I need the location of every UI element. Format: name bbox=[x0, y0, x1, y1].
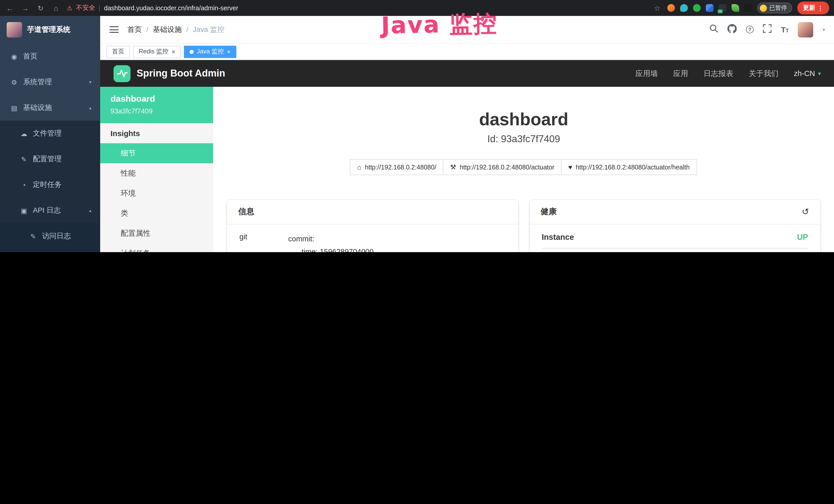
sidebar-item-label: 首页 bbox=[23, 52, 38, 61]
sba-item-environment[interactable]: 环境 bbox=[100, 183, 213, 203]
paused-badge[interactable]: 已暂停 bbox=[757, 3, 792, 13]
tab-label: Redis 监控 bbox=[139, 47, 169, 56]
breadcrumb-home[interactable]: 首页 bbox=[127, 25, 142, 34]
help-icon[interactable]: ? bbox=[746, 26, 753, 33]
sba-app-title: Spring Boot Admin bbox=[137, 68, 225, 79]
tab-redis-monitor[interactable]: Redis 监控 × bbox=[133, 45, 181, 58]
chevron-up-icon: ▴ bbox=[89, 105, 91, 110]
collapse-sidebar-icon[interactable] bbox=[109, 26, 119, 33]
update-button[interactable]: 更新 ⋮ bbox=[797, 2, 829, 15]
health-card-body: Instance UP bbox=[529, 224, 820, 252]
health-url: http://192.168.0.2:48080/actuator/health bbox=[576, 164, 690, 171]
sidebar-item-api-logs[interactable]: ▣ API 日志 ▴ bbox=[0, 198, 100, 223]
sba-item-details[interactable]: 细节 bbox=[100, 143, 213, 163]
bookmark-star-icon[interactable]: ☆ bbox=[653, 4, 662, 12]
chevron-down-icon: ▾ bbox=[89, 79, 91, 85]
actuator-url-link[interactable]: ⚒ http://192.168.0.2:48080/actuator bbox=[443, 159, 562, 175]
emoji-face-icon bbox=[760, 4, 767, 12]
tab-java-monitor[interactable]: Java 监控 × bbox=[184, 45, 236, 58]
service-url-link[interactable]: ⌂ http://192.168.0.2:48080/ bbox=[350, 159, 444, 175]
breadcrumb-infrastructure[interactable]: 基础设施 bbox=[153, 25, 182, 34]
instance-header[interactable]: dashboard 93a3fc7f7409 bbox=[100, 87, 213, 123]
extension-icon-switch[interactable]: on bbox=[719, 4, 726, 12]
reload-icon[interactable]: ↻ bbox=[36, 4, 45, 12]
sidebar-item-error-logs[interactable]: ✎ 错误日志 bbox=[0, 249, 100, 252]
dashboard-icon: ◉ bbox=[10, 53, 19, 60]
sidebar-item-label: API 日志 bbox=[33, 206, 61, 215]
fullscreen-icon[interactable] bbox=[763, 24, 772, 35]
sba-nav-journal[interactable]: 日志报表 bbox=[704, 69, 733, 78]
header-actions: ? TT ▾ bbox=[709, 22, 825, 37]
tag-tabs-bar: 首页 Redis 监控 × Java 监控 × bbox=[100, 44, 834, 60]
row-label: Instance bbox=[542, 233, 574, 242]
browser-chrome: ← → ↻ ⌂ ⚠ 不安全 | dashboard.yudao.iocoder.… bbox=[0, 0, 834, 16]
address-bar[interactable]: ⚠ 不安全 | dashboard.yudao.iocoder.cn/infra… bbox=[67, 4, 238, 12]
sba-item-config-props[interactable]: 配置属性 bbox=[100, 223, 213, 244]
breadcrumb: 首页 / 基础设施 / Java 监控 bbox=[127, 25, 224, 34]
search-icon[interactable] bbox=[709, 24, 718, 35]
brand-logo bbox=[7, 22, 22, 38]
tab-home[interactable]: 首页 bbox=[106, 45, 130, 58]
doc-icon: ✎ bbox=[29, 232, 38, 240]
sidebar-item-access-logs[interactable]: ✎ 访问日志 bbox=[0, 223, 100, 249]
extension-icon-puzzle[interactable] bbox=[744, 4, 752, 12]
sba-item-metrics[interactable]: 性能 bbox=[100, 163, 213, 183]
history-icon[interactable]: ↺ bbox=[802, 206, 809, 217]
brand-title: 芋道管理系统 bbox=[27, 25, 70, 35]
extension-icon-drop[interactable] bbox=[680, 4, 687, 12]
close-icon[interactable]: × bbox=[172, 48, 175, 55]
row-label: git bbox=[239, 233, 288, 252]
extension-icon-grid[interactable] bbox=[706, 4, 713, 12]
breadcrumb-separator: / bbox=[147, 26, 148, 33]
sba-nav-applications[interactable]: 应用 bbox=[673, 69, 688, 78]
spring-boot-admin-logo-icon[interactable] bbox=[113, 65, 130, 82]
sidebar-item-system-management[interactable]: ⚙ 系统管理 ▾ bbox=[0, 69, 100, 95]
forward-icon[interactable]: → bbox=[21, 4, 30, 12]
divider: | bbox=[99, 4, 101, 12]
extension-icon-orange[interactable] bbox=[667, 4, 675, 12]
sba-body: dashboard 93a3fc7f7409 Insights 细节 性能 环境… bbox=[100, 87, 834, 252]
sidebar-item-scheduled-jobs[interactable]: ◔ 定时任务 bbox=[0, 172, 100, 198]
sba-nav: 应用墙 应用 日志报表 关于我们 zh-CN ▾ bbox=[635, 69, 821, 78]
sba-header: Spring Boot Admin 应用墙 应用 日志报表 关于我们 zh-CN… bbox=[100, 60, 834, 87]
sba-item-scheduled-tasks[interactable]: 计划任务 bbox=[100, 244, 213, 252]
avatar-caret-icon[interactable]: ▾ bbox=[823, 27, 825, 32]
chevron-up-icon: ▴ bbox=[89, 208, 91, 213]
status-badge: UP bbox=[797, 233, 808, 242]
home-icon: ⌂ bbox=[357, 163, 361, 171]
sidebar-item-infrastructure[interactable]: ▤ 基础设施 ▴ bbox=[0, 95, 100, 121]
close-icon[interactable]: × bbox=[227, 48, 231, 55]
sidebar-item-label: 基础设施 bbox=[23, 103, 52, 112]
info-card-body: git commit: time: 1596289704000 id: 27aa… bbox=[227, 224, 518, 252]
health-url-link[interactable]: ♥ http://192.168.0.2:48080/actuator/heal… bbox=[561, 159, 697, 175]
url-text: dashboard.yudao.iocoder.cn/infra/admin-s… bbox=[104, 4, 238, 12]
paused-label: 已暂停 bbox=[769, 4, 787, 12]
sidebar-item-config-management[interactable]: ✎ 配置管理 bbox=[0, 146, 100, 172]
github-icon[interactable] bbox=[727, 24, 737, 35]
update-label: 更新 bbox=[803, 4, 815, 12]
info-git-row: git commit: time: 1596289704000 id: 27aa… bbox=[239, 233, 506, 252]
sidebar-item-file-management[interactable]: ☁ 文件管理 bbox=[0, 121, 100, 146]
sidebar-item-home[interactable]: ◉ 首页 bbox=[0, 44, 100, 69]
row-value: commit: time: 1596289704000 id: 27aa832 … bbox=[288, 233, 506, 252]
page-subtitle: Id: 93a3fc7f7409 bbox=[213, 134, 834, 145]
screen: ← → ↻ ⌂ ⚠ 不安全 | dashboard.yudao.iocoder.… bbox=[0, 0, 834, 252]
extension-icon-leaf[interactable] bbox=[731, 4, 739, 12]
sba-nav-about[interactable]: 关于我们 bbox=[749, 69, 778, 78]
edit-icon: ✎ bbox=[20, 155, 28, 163]
wrench-icon: ⚒ bbox=[450, 163, 456, 171]
sba-nav-wallboard[interactable]: 应用墙 bbox=[635, 69, 658, 78]
heart-icon: ♥ bbox=[568, 163, 572, 171]
tab-label: Java 监控 bbox=[197, 47, 224, 56]
cloud-icon: ☁ bbox=[20, 130, 28, 137]
health-card-header: 健康 ↺ bbox=[529, 200, 820, 224]
user-avatar[interactable] bbox=[798, 22, 813, 37]
extension-icon-green-circle[interactable] bbox=[693, 4, 700, 12]
spring-boot-admin-frame: Spring Boot Admin 应用墙 应用 日志报表 关于我们 zh-CN… bbox=[100, 60, 834, 252]
back-icon[interactable]: ← bbox=[5, 4, 14, 12]
home-icon[interactable]: ⌂ bbox=[51, 4, 61, 12]
font-size-icon[interactable]: TT bbox=[781, 25, 789, 34]
brand: 芋道管理系统 bbox=[0, 16, 100, 44]
sba-item-classes[interactable]: 类 bbox=[100, 203, 213, 223]
sba-language-select[interactable]: zh-CN ▾ bbox=[794, 69, 821, 77]
